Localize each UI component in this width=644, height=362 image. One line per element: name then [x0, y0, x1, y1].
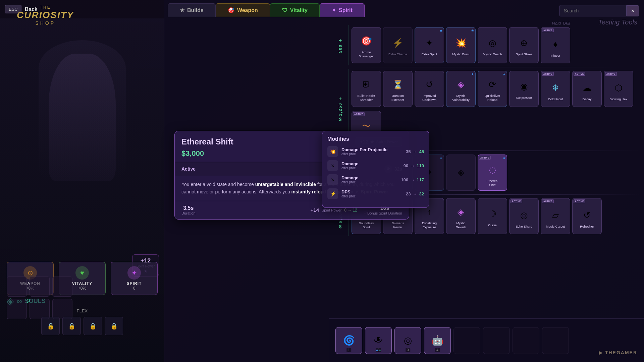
flex-slots: 🔒 🔒 🔒 🔒: [7, 317, 158, 335]
ability-4-icon: 🤖: [432, 335, 443, 346]
tab-vitality[interactable]: 🛡 Vitality: [270, 3, 320, 17]
item-extra-charge[interactable]: ⚡ Extra Charge: [383, 27, 413, 63]
tab-spirit[interactable]: ✦ Spirit: [320, 3, 365, 17]
magic-carpet-icon: ▱: [547, 207, 564, 224]
suppressor-name: Suppressor: [516, 96, 532, 100]
spirit-label: Spirit: [339, 7, 353, 13]
mystic-burst-star: ★: [471, 28, 474, 33]
item-slowing-hex[interactable]: ACTIVE ⬡ Slowing Hex: [604, 71, 633, 107]
item-infuser[interactable]: ACTIVE ♦ Infuser: [541, 27, 570, 63]
lock-icon-4: 🔒: [110, 322, 118, 330]
infuser-active-badge: ACTIVE: [542, 28, 554, 32]
logo-curiosity: CURIOSITY: [17, 10, 74, 20]
item-3000-d[interactable]: ◈: [446, 155, 476, 191]
tab-builds[interactable]: ★ Builds: [168, 3, 216, 17]
item-suppressor[interactable]: ◉ Suppressor: [509, 71, 539, 107]
ability-slot-2[interactable]: 👁 2 ◆ ∞: [365, 327, 392, 354]
item-duration-extender[interactable]: ⏳ DurationExtender: [383, 71, 413, 107]
item-echo-shard[interactable]: ACTIVE ◎ Echo Shard: [509, 198, 539, 234]
ability-1-key: 1: [346, 348, 351, 352]
mod-dmg-per-proj-old: 35: [406, 149, 411, 154]
improved-cooldown-icon: ↺: [421, 77, 437, 93]
mystic-reverb-icon: ◈: [453, 204, 469, 220]
item-mystic-vuln[interactable]: ★ ◈ MysticVulnerability: [446, 71, 476, 107]
ethereal-shift-active-badge: ACTIVE: [479, 156, 491, 160]
item-decay[interactable]: ACTIVE ☁ Decay: [572, 71, 602, 107]
search-input[interactable]: [559, 5, 627, 16]
mod-damage2-name: Damage: [341, 175, 398, 180]
slowing-hex-name: Slowing Hex: [610, 97, 628, 101]
3000c-star: ★: [439, 156, 443, 160]
mod-dps-old: 23: [406, 191, 411, 196]
magic-carpet-name: Magic Carpet: [546, 225, 565, 229]
duration-value: 3.5s: [183, 205, 194, 211]
item-extra-spirit[interactable]: ★ ✦ Extra Spirit: [415, 27, 444, 63]
item-cold-front[interactable]: ACTIVE ❄ Cold Front: [541, 71, 570, 107]
item-ammo-scavenger[interactable]: 🎯 AmmoScavenger: [352, 27, 381, 63]
ability-slot-1[interactable]: 🌀 1: [335, 327, 362, 354]
mod-dmg-per-proj-values: 35 → 45: [406, 149, 424, 154]
ability-slot-4[interactable]: 🤖 4: [424, 327, 451, 354]
item-ethereal-shift[interactable]: ACTIVE ★ ◌ EtherealShift: [478, 155, 507, 191]
escalating-exposure-name: EscalatingExposure: [422, 221, 437, 229]
mystic-vuln-name: MysticVulnerability: [452, 94, 469, 102]
mod-item-dps: ⚡ DPS after proc 23 → 32: [327, 188, 424, 199]
mystic-burst-name: Mystic Burst: [452, 52, 470, 56]
item-refresher[interactable]: ACTIVE ↺ Refresher: [572, 198, 602, 234]
item-slot-2[interactable]: [30, 277, 50, 297]
ability-slot-5[interactable]: [453, 327, 480, 354]
item-slot-1[interactable]: [7, 277, 27, 297]
ability-slot-6[interactable]: [483, 327, 510, 354]
mod-dmg-per-proj-info: Damage Per Projectile after proc: [341, 147, 402, 156]
ability-slot-7[interactable]: [513, 327, 539, 354]
weapon-tab-icon: 🎯: [228, 7, 234, 13]
stat-spirit[interactable]: ✦ SPIRIT 0: [111, 262, 158, 295]
mod-dmg-per-proj-new: 45: [419, 149, 424, 154]
ability-4-key: 4: [435, 348, 440, 352]
diviners-kevlar-name: Diviner'sKevlar: [392, 221, 404, 229]
sp-range: 0 → 12: [344, 208, 357, 213]
item-spirit-strike[interactable]: ⊕ Spirit Strike: [509, 27, 539, 63]
logo-shop: SHOP: [17, 20, 74, 26]
tab-weapon[interactable]: 🎯 Weapon: [216, 3, 270, 17]
flex-slot-3[interactable]: 🔒: [84, 317, 102, 335]
mod-dps-name: DPS: [341, 189, 402, 194]
bullet-resist-icon: ⛨: [358, 77, 374, 93]
item-slot-3[interactable]: [52, 277, 72, 297]
bullet-resist-name: Bullet ResistShredder: [358, 94, 375, 102]
mystic-burst-icon: 💥: [453, 35, 469, 51]
suppressor-icon: ◉: [516, 79, 532, 95]
mod-damage1-name: Damage: [341, 161, 400, 166]
boundless-spirit-name: BoundlessSpirit: [359, 221, 374, 229]
item-curse[interactable]: ☽ Curse: [478, 198, 507, 234]
cold-front-name: Cold Front: [548, 97, 563, 101]
quicksilver-star: ★: [502, 72, 506, 76]
ability-3-icon: ◎: [404, 335, 412, 346]
ability-slot-3[interactable]: ◎ 3: [394, 327, 421, 354]
ability-slot-8[interactable]: [542, 327, 569, 354]
flex-row: FLEX 🔒 🔒 🔒 🔒: [0, 308, 164, 335]
search-close-button[interactable]: ✕: [627, 5, 639, 16]
item-bullet-resist[interactable]: ⛨ Bullet ResistShredder: [352, 71, 381, 107]
vitality-tab-icon: 🛡: [282, 7, 287, 13]
bonus-duration-label: Bonus Spirit Duration: [367, 211, 402, 215]
item-magic-carpet[interactable]: ACTIVE ▱ Magic Carpet: [541, 198, 570, 234]
mod-dmg-per-proj-sub: after proc: [341, 152, 402, 156]
ammo-scavenger-name: AmmoScavenger: [359, 50, 374, 58]
item-quicksilver[interactable]: ★ ⟳ QuicksilverReload: [478, 71, 507, 107]
flex-slot-2[interactable]: 🔒: [62, 317, 81, 335]
divider-1: [332, 67, 641, 67]
item-improved-cooldown[interactable]: ↺ ImprovedCooldown: [415, 71, 444, 107]
builds-star-icon: ★: [180, 7, 184, 13]
item-mystic-reverb[interactable]: ◈ MysticReverb: [446, 198, 476, 234]
tooltip-stat-duration: 3.5s Duration: [181, 205, 196, 215]
cold-front-icon: ❄: [547, 80, 564, 96]
item-mystic-reach[interactable]: ◎ Mystic Reach: [478, 27, 507, 63]
item-mystic-burst[interactable]: ★ 💥 Mystic Burst: [446, 27, 476, 63]
duration-extender-name: DurationExtender: [391, 94, 404, 102]
flex-slot-4[interactable]: 🔒: [105, 317, 123, 335]
tier-cost-500: + 500: [332, 25, 349, 65]
sp-bonus-label: Spirit Power: [322, 208, 341, 212]
echo-shard-active-badge: ACTIVE: [511, 199, 522, 203]
flex-slot-1[interactable]: 🔒: [41, 317, 60, 335]
